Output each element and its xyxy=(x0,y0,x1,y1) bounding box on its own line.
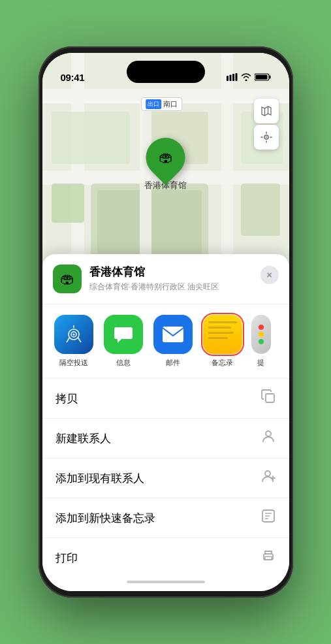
signal-icon xyxy=(227,73,238,83)
notes-line-1 xyxy=(208,321,237,323)
print-icon xyxy=(260,548,276,568)
pin-icon: 🏟 xyxy=(159,149,173,166)
svg-rect-3 xyxy=(235,73,237,81)
svg-rect-5 xyxy=(269,76,270,79)
svg-rect-30 xyxy=(163,327,183,342)
phone-screen: 09:41 xyxy=(42,53,289,591)
close-button[interactable]: × xyxy=(260,266,279,284)
location-button[interactable] xyxy=(254,125,279,150)
mail-icon xyxy=(153,315,193,354)
share-label-airdrop: 隔空投送 xyxy=(59,358,88,368)
action-list: 拷贝 新建联系人 添加到现有联系人 xyxy=(42,379,289,573)
notes-line-3 xyxy=(208,332,234,334)
messages-icon xyxy=(104,315,143,354)
add-contact-icon xyxy=(260,468,276,488)
share-item-more[interactable]: 提 xyxy=(251,315,271,368)
svg-rect-31 xyxy=(266,394,274,402)
svg-point-32 xyxy=(266,431,271,436)
share-label-notes: 备忘录 xyxy=(212,358,233,368)
action-quick-note[interactable]: 添加到新快速备忘录 xyxy=(42,498,289,538)
pin-inner: 🏟 xyxy=(151,143,180,172)
dot-red xyxy=(259,325,264,330)
share-item-mail[interactable]: 邮件 xyxy=(152,315,194,368)
share-item-airdrop[interactable]: 隔空投送 xyxy=(53,315,95,368)
action-copy-label: 拷贝 xyxy=(55,391,78,406)
svg-rect-0 xyxy=(227,76,229,81)
dot-green xyxy=(259,339,264,344)
notes-line-4 xyxy=(208,337,229,339)
side-dots xyxy=(253,319,269,349)
map-label-badge: 出口 xyxy=(146,99,161,109)
location-pin: 🏟 香港体育馆 xyxy=(144,138,187,191)
share-item-notes[interactable]: 备忘录 xyxy=(202,315,244,368)
map-label-text: 南口 xyxy=(163,99,178,109)
map-type-button[interactable] xyxy=(254,99,279,123)
svg-rect-6 xyxy=(255,75,267,80)
notes-icon xyxy=(203,315,242,354)
svg-point-28 xyxy=(72,334,74,336)
svg-rect-13 xyxy=(52,112,130,164)
airdrop-icon xyxy=(54,315,93,354)
map-controls xyxy=(254,99,279,150)
map-label: 出口 南口 xyxy=(141,97,182,111)
svg-rect-1 xyxy=(229,75,231,82)
status-time: 09:41 xyxy=(61,72,85,83)
notes-lines xyxy=(208,321,237,339)
location-name: 香港体育馆 xyxy=(89,265,253,280)
svg-rect-18 xyxy=(52,184,84,223)
location-header: 🏟 香港体育馆 综合体育馆·香港特别行政区 油尖旺区 × xyxy=(42,265,289,304)
bottom-sheet: 🏟 香港体育馆 综合体育馆·香港特别行政区 油尖旺区 × 隔空投送 xyxy=(42,254,289,591)
action-print-label: 打印 xyxy=(55,551,78,566)
wifi-icon xyxy=(241,73,251,83)
copy-icon xyxy=(260,389,276,408)
notes-line-2 xyxy=(208,327,231,329)
action-new-contact[interactable]: 新建联系人 xyxy=(42,419,289,459)
action-new-contact-label: 新建联系人 xyxy=(55,431,111,446)
share-label-messages: 信息 xyxy=(116,358,131,368)
battery-icon xyxy=(255,73,271,83)
action-copy[interactable]: 拷贝 xyxy=(42,379,289,419)
home-indicator xyxy=(42,573,289,591)
action-quick-note-label: 添加到新快速备忘录 xyxy=(55,511,155,526)
phone-frame: 09:41 xyxy=(39,46,293,598)
more-icon xyxy=(251,315,271,354)
dot-yellow xyxy=(259,332,264,337)
quick-note-icon xyxy=(260,508,276,528)
svg-rect-19 xyxy=(241,184,280,236)
status-icons xyxy=(227,73,271,83)
share-label-more: 提 xyxy=(257,358,264,368)
dynamic-island xyxy=(127,61,205,83)
location-info: 香港体育馆 综合体育馆·香港特别行政区 油尖旺区 xyxy=(89,265,253,293)
action-add-contact[interactable]: 添加到现有联系人 xyxy=(42,459,289,498)
svg-point-25 xyxy=(266,137,267,138)
share-item-messages[interactable]: 信息 xyxy=(102,315,144,368)
pin-circle: 🏟 xyxy=(138,130,193,185)
new-contact-icon xyxy=(260,428,276,448)
action-print[interactable]: 打印 xyxy=(42,538,289,573)
location-subtitle: 综合体育馆·香港特别行政区 油尖旺区 xyxy=(89,282,253,293)
svg-rect-41 xyxy=(265,556,272,560)
location-venue-icon: 🏟 xyxy=(53,265,82,293)
svg-rect-2 xyxy=(232,74,234,81)
action-add-contact-label: 添加到现有联系人 xyxy=(55,471,144,486)
svg-point-33 xyxy=(265,471,270,476)
share-label-mail: 邮件 xyxy=(166,358,180,368)
home-bar xyxy=(127,581,205,583)
share-row: 隔空投送 信息 邮件 xyxy=(42,304,289,379)
